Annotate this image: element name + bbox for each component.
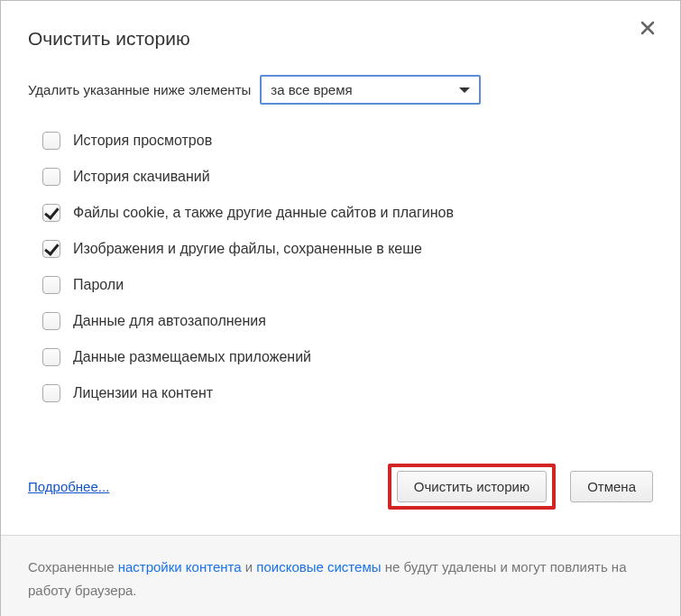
option-label: История просмотров bbox=[73, 133, 212, 149]
option-label: Лицензии на контент bbox=[73, 385, 213, 401]
option-label: Файлы cookie, а также другие данные сайт… bbox=[73, 205, 454, 221]
option-autofill: Данные для автозаполнения bbox=[42, 312, 653, 330]
dialog-actions: Подробнее... Очистить историю Отмена bbox=[1, 464, 680, 535]
option-cookies: Файлы cookie, а также другие данные сайт… bbox=[42, 204, 653, 222]
footer-text-mid: и bbox=[242, 559, 257, 575]
time-range-row: Удалить указанные ниже элементы за все в… bbox=[28, 75, 653, 105]
option-hosted-apps: Данные размещаемых приложений bbox=[42, 348, 653, 366]
learn-more-link[interactable]: Подробнее... bbox=[28, 479, 109, 494]
checkbox-cookies[interactable] bbox=[42, 204, 60, 222]
checkbox-content-licenses[interactable] bbox=[42, 384, 60, 402]
search-engines-link[interactable]: поисковые системы bbox=[256, 559, 381, 575]
option-label: Данные для автозаполнения bbox=[73, 313, 266, 329]
option-label: Данные размещаемых приложений bbox=[73, 349, 311, 365]
cancel-button[interactable]: Отмена bbox=[570, 471, 653, 502]
button-group: Очистить историю Отмена bbox=[388, 464, 653, 510]
checkbox-browsing-history[interactable] bbox=[42, 132, 60, 150]
option-label: История скачиваний bbox=[73, 169, 210, 185]
close-icon[interactable] bbox=[640, 21, 655, 38]
chevron-down-icon bbox=[459, 87, 470, 93]
option-passwords: Пароли bbox=[42, 276, 653, 294]
options-list: История просмотров История скачиваний Фа… bbox=[42, 132, 653, 402]
clear-button-highlight: Очистить историю bbox=[388, 464, 556, 510]
option-browsing-history: История просмотров bbox=[42, 132, 653, 150]
content-settings-link[interactable]: настройки контента bbox=[118, 559, 242, 575]
checkbox-download-history[interactable] bbox=[42, 168, 60, 186]
option-label: Изображения и другие файлы, сохраненные … bbox=[73, 241, 422, 257]
option-cached-files: Изображения и другие файлы, сохраненные … bbox=[42, 240, 653, 258]
checkbox-hosted-apps[interactable] bbox=[42, 348, 60, 366]
dialog-footer: Сохраненные настройки контента и поисков… bbox=[1, 535, 680, 616]
option-download-history: История скачиваний bbox=[42, 168, 653, 186]
time-range-label: Удалить указанные ниже элементы bbox=[28, 82, 251, 97]
option-label: Пароли bbox=[73, 277, 124, 293]
checkbox-passwords[interactable] bbox=[42, 276, 60, 294]
clear-history-dialog: Очистить историю Удалить указанные ниже … bbox=[0, 0, 681, 616]
option-content-licenses: Лицензии на контент bbox=[42, 384, 653, 402]
checkbox-autofill[interactable] bbox=[42, 312, 60, 330]
dialog-title: Очистить историю bbox=[28, 28, 653, 50]
time-range-value: за все время bbox=[271, 82, 352, 97]
dialog-body: Очистить историю Удалить указанные ниже … bbox=[1, 1, 680, 464]
checkbox-cached-files[interactable] bbox=[42, 240, 60, 258]
time-range-select[interactable]: за все время bbox=[260, 75, 481, 105]
clear-history-button[interactable]: Очистить историю bbox=[397, 471, 547, 502]
footer-text-prefix: Сохраненные bbox=[28, 559, 118, 575]
